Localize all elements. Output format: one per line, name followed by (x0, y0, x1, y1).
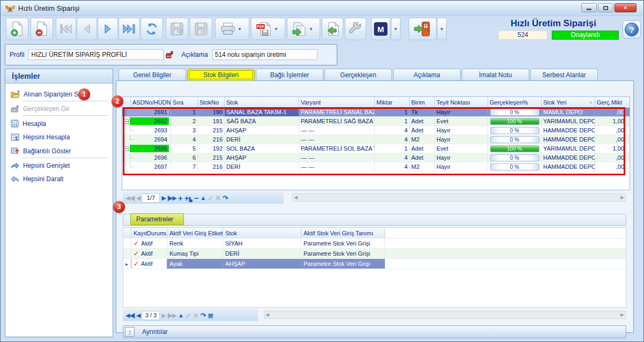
grid-header-miktar[interactable]: Miktar (375, 97, 410, 107)
grid-nav-refresh-button[interactable]: ↷ (223, 195, 228, 202)
description-input[interactable] (212, 49, 317, 60)
param-nav-last-button[interactable]: |▶▶ (167, 313, 176, 318)
table-row[interactable]: 2691 1 190 SANAL BAZA TAKIM-1 PARAMETREL… (122, 108, 630, 117)
table-row[interactable]: ✓Aktif Renk SİYAH Parametre Stok Veri Gr… (123, 239, 626, 249)
tab-imalat-notu[interactable]: İmalat Notu (462, 69, 529, 81)
param-nav-form-view-button[interactable]: ▦ (208, 313, 213, 318)
exit-button[interactable] (409, 18, 436, 40)
m-module-dropdown[interactable]: ▼ (391, 18, 401, 40)
refresh-button[interactable] (140, 18, 163, 40)
save-cancel-button[interactable] (190, 18, 212, 40)
grid-nav-prev-button[interactable]: ◀ (136, 195, 140, 201)
table-row[interactable]: ▸ ✓Aktif Ayak AHŞAP Parametre Stok Veri … (123, 259, 626, 269)
sidebar-item-hepsini-daralt[interactable]: Hepsini Daralt (5, 173, 113, 185)
previous-record-button[interactable] (77, 18, 97, 40)
sidebar-item-gerceklesen-gir[interactable]: Gerçekleşen Gir (5, 103, 113, 115)
grid-header-gerceklesen[interactable]: Gerçekleşen% (488, 97, 542, 107)
param-nav-cancel-button[interactable]: ✕ (193, 312, 199, 319)
grid-header-asdno[interactable]: ASDNo/HÜDNo (131, 97, 171, 107)
grid-header-sira[interactable]: Sıra (171, 97, 198, 107)
pdf-dropdown-arrow[interactable]: ▼ (272, 27, 280, 32)
grid-nav-add-child-button[interactable]: +▙ (184, 194, 193, 202)
grid-nav-delete-button[interactable]: − (194, 194, 199, 202)
birim-cell: Tk (410, 108, 435, 116)
grid-header-teyit[interactable]: Teyit Noktası (435, 97, 488, 107)
grid-nav-last-button[interactable]: |▶▶ (167, 195, 176, 201)
import-button[interactable] (322, 18, 343, 40)
param-header-etiket[interactable]: Aktif Veri Giriş Etiketi (167, 228, 223, 238)
tab-gerceklesen[interactable]: Gerçekleşen (324, 69, 392, 81)
grid-horizontal-scrollbar[interactable]: ◀ ▶ (292, 194, 626, 202)
delete-record-button[interactable] (31, 18, 53, 40)
param-nav-post-button[interactable]: ✓ (186, 312, 191, 319)
param-nav-next-button[interactable]: ▶ (161, 313, 165, 318)
grid-nav-edit-button[interactable]: ▲ (200, 195, 206, 201)
expand-details-button[interactable]: ⌄⌄ (125, 327, 135, 337)
grid-nav-cancel-button[interactable]: ✕ (215, 195, 221, 202)
save-button[interactable] (166, 18, 188, 40)
grid-header-stokno[interactable]: StokNo (198, 97, 225, 107)
copy-transfer-button[interactable]: ▼ (287, 18, 320, 40)
copy-dropdown-arrow[interactable]: ▼ (307, 27, 315, 32)
grid-nav-add-button[interactable]: + (178, 194, 183, 202)
collapse-node-icon[interactable] (124, 146, 129, 151)
grid-header-birim[interactable]: Birim (410, 97, 435, 107)
table-row[interactable]: 2695 5 192 SOL BAZA PARAMETRELİ SOL BAZA… (122, 144, 630, 153)
table-row[interactable]: 2694 4 216 DERİ --- --- 4 M2 Hayır 0 % H… (122, 135, 630, 144)
profile-input[interactable] (28, 49, 164, 60)
table-row[interactable]: 2693 3 215 AHŞAP --- --- 4 Adet Hayır 0 … (122, 126, 630, 135)
sidebar-item-hepsini-hesapla[interactable]: Σ Hepsini Hesapla (5, 131, 113, 143)
tab-aciklama[interactable]: Açıklama (393, 69, 461, 81)
profile-lookup-icon[interactable] (165, 50, 174, 59)
exit-dropdown[interactable]: ▼ (437, 18, 447, 40)
scroll-left-icon[interactable]: ◀ (265, 313, 269, 317)
param-nav-edit-button[interactable]: ▲ (178, 313, 184, 318)
grid-header-stok-yeri[interactable]: Stok Yeri▲ (542, 97, 595, 107)
m-module-button[interactable]: M (371, 18, 390, 40)
first-record-button[interactable] (56, 18, 76, 40)
grid-nav-next-button[interactable]: ▶ (161, 195, 165, 201)
close-button[interactable]: ✕ (615, 3, 636, 12)
minimize-button[interactable] (581, 3, 597, 12)
param-nav-refresh-button[interactable]: ↷ (201, 312, 206, 319)
scroll-right-icon[interactable]: ▶ (620, 313, 624, 317)
table-row[interactable]: ✓Aktif Kumaş Tipi DERİ Parametre Stok Ve… (123, 249, 626, 259)
table-row[interactable]: 2696 6 215 AHŞAP --- --- 4 Adet Hayır 0 … (122, 153, 630, 162)
scroll-right-icon[interactable]: ▶ (620, 195, 624, 200)
table-row[interactable]: 2697 7 216 DERİ --- --- 4 M2 Hayır 0 % H… (122, 162, 630, 172)
parameters-horizontal-scrollbar[interactable]: ◀ ▶ (264, 311, 626, 319)
grid-header-varyant[interactable]: Varyant (299, 97, 375, 107)
sidebar-item-baglantili-goster[interactable]: Bağlantılı Göster (5, 145, 113, 157)
grid-nav-first-button[interactable]: ◀◀| (125, 195, 135, 201)
param-nav-first-button[interactable]: ◀◀| (125, 313, 135, 318)
maximize-button[interactable] (598, 3, 613, 12)
tab-genel-bilgiler[interactable]: Genel Bilgiler (119, 69, 186, 81)
scroll-left-icon[interactable]: ◀ (294, 195, 298, 200)
settings-button[interactable] (345, 18, 366, 40)
parameters-tab[interactable]: Parametreler (130, 213, 184, 225)
sidebar-item-hesapla[interactable]: Hesapla (5, 117, 113, 130)
tab-bagli-islemler[interactable]: Bağlı İşlemler (256, 69, 323, 81)
param-header-stok[interactable]: Stok (223, 228, 301, 238)
new-record-button[interactable] (6, 18, 28, 40)
sidebar-item-alinan-sipáristen-sec[interactable]: Alınan Siparişten Seç (5, 88, 113, 100)
param-nav-prev-button[interactable]: ◀ (136, 313, 140, 318)
param-header-kayitdurumu[interactable]: KayıtDurumu (131, 228, 167, 238)
tab-stok-bilgileri[interactable]: Stok Bilgileri (187, 69, 255, 81)
details-expander-bar[interactable]: ⌄⌄ Ayrıntılar (123, 325, 626, 338)
sidebar-item-hepsini-genislet[interactable]: Hepsini Genişlet (5, 160, 113, 172)
asdno-cell: 2693 (122, 126, 171, 135)
print-dropdown-arrow[interactable]: ▼ (235, 27, 244, 32)
collapse-node-icon[interactable] (124, 119, 129, 124)
print-button[interactable]: ▼ (215, 18, 249, 40)
help-button[interactable]: ? (623, 20, 641, 39)
grid-nav-post-button[interactable]: ✓ (208, 195, 213, 202)
next-record-button[interactable] (98, 18, 118, 40)
tab-serbest-alanlar[interactable]: Serbest Alanlar (530, 69, 598, 81)
grid-header-gerc-mikt[interactable]: Gerç.Mikt (595, 97, 626, 107)
last-record-button[interactable] (119, 18, 140, 40)
grid-header-stok[interactable]: Stok (225, 97, 299, 107)
param-header-tanim[interactable]: Aktif Stok Veri Giriş Tanımı (301, 228, 385, 238)
table-row[interactable]: 2692 2 191 SAĞ BAZA PARAMETRELİ SAĞ BAZA… (122, 117, 630, 126)
pdf-export-button[interactable]: PDF ▼ (251, 18, 285, 40)
